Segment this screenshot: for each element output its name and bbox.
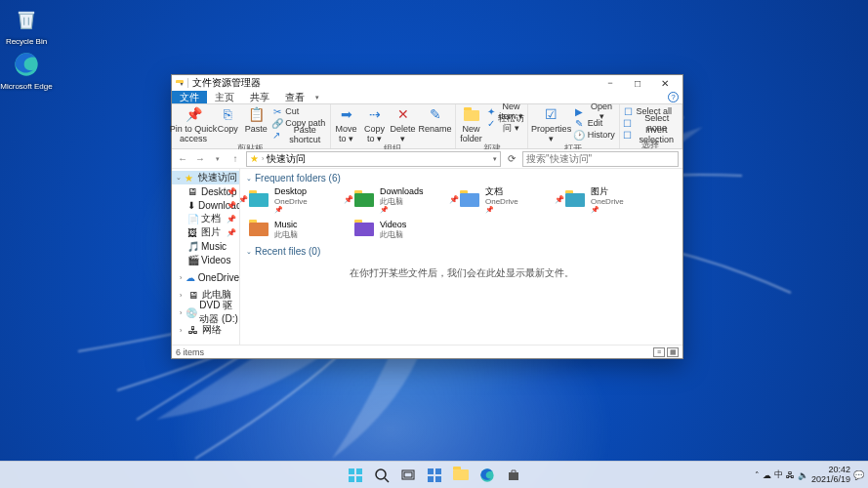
cut-button[interactable]: ✂Cut [271,105,326,117]
folder-item[interactable]: 📌Downloads此电脑📌 [351,185,457,215]
taskbar-edge-button[interactable] [475,464,499,487]
ribbon-group-select: ☐Select all ☐Select none ☐Invert selecti… [620,104,682,148]
refresh-button[interactable]: ⟳ [505,152,518,166]
nav-up-button[interactable]: ↑ [228,152,242,166]
folder-item[interactable]: 📌DesktopOneDrive📌 [246,185,351,215]
desktop-icon-recycle-bin[interactable]: Recycle Bin [0,4,53,46]
desktop: Recycle Bin Microsoft Edge ▾ 文件资源管理器 － □… [0,0,868,488]
pin-icon: 📌 [240,195,248,204]
nav-item[interactable]: ⬇Downloads📌 [172,198,239,212]
task-view-button[interactable] [396,464,420,487]
open-icon: ▶ [574,106,585,117]
titlebar[interactable]: ▾ 文件资源管理器 － □ ✕ [172,75,682,91]
recycle-bin-icon [11,4,42,35]
ribbon-collapse-button[interactable]: ▾ [312,91,322,103]
folder-item[interactable]: Videos此电脑 [351,215,457,244]
nav-network[interactable]: ›🖧网络 [172,323,239,337]
copy-to-button[interactable]: ⇢Copy to ▾ [362,105,388,144]
nav-item[interactable]: 📄文档📌 [172,212,239,225]
move-icon: ➡ [338,106,355,124]
pin-icon: 📌 [227,187,236,196]
widgets-button[interactable] [423,464,446,487]
paste-shortcut-button[interactable]: ↗Paste shortcut [271,129,326,141]
folder-location: OneDrive [591,197,624,206]
ribbon-group-new: New folder ✦New item ▾ ✓轻松访问 ▾ 新建 [456,104,529,148]
rename-button[interactable]: ✎Rename [419,105,452,144]
start-button[interactable] [344,464,367,487]
svg-point-5 [376,469,386,479]
folder-item[interactable]: 📌文档OneDrive📌 [457,185,562,215]
tab-home[interactable]: 主页 [207,91,242,103]
folder-location: OneDrive [485,197,518,206]
folder-location: 此电脑 [380,197,424,206]
taskbar-center [344,464,525,487]
svg-rect-11 [435,476,441,482]
folder-name: 文档 [485,186,518,196]
nav-quick-access[interactable]: ⌄★快速访问 [172,171,239,184]
search-input[interactable] [526,153,675,164]
taskbar-explorer-button[interactable] [449,464,473,487]
pin-quick-access-button[interactable]: 📌Pin to Quick access [175,105,212,144]
tray-volume-icon[interactable]: 🔈 [798,470,808,480]
open-button[interactable]: ▶Open ▾ [574,105,616,117]
tray-ime-button[interactable]: 中 [774,468,783,481]
folder-name: Desktop [274,186,308,196]
address-dropdown-button[interactable]: ▾ [493,155,497,163]
group-recent-header[interactable]: ⌄Recent files (0) [246,246,677,257]
ribbon-group-organize: ➡Move to ▾ ⇢Copy to ▾ ✕Delete ▾ ✎Rename … [331,104,456,148]
edit-button[interactable]: ✎Edit [574,117,616,129]
search-box[interactable] [522,151,679,167]
nav-back-button[interactable]: ← [176,152,189,166]
copy-button[interactable]: ⎘Copy [215,105,240,144]
address-current: 快速访问 [267,152,306,166]
tray-clock[interactable]: 20:42 2021/6/19 [811,466,850,484]
svg-rect-7 [404,472,412,477]
address-bar[interactable]: ★ › 快速访问 ▾ [246,151,501,167]
help-button[interactable]: ? [668,92,679,102]
folder-item[interactable]: Music此电脑 [246,215,351,244]
easy-access-button[interactable]: ✓轻松访问 ▾ [487,117,525,129]
tray-notifications-icon[interactable]: 💬 [853,470,864,480]
nav-dvd[interactable]: ›💿DVD 驱动器 (D:) [172,305,239,319]
nav-item[interactable]: 🎬Videos [172,253,239,266]
desktop-icon-edge[interactable]: Microsoft Edge [0,49,53,91]
system-tray: ˄ ☁ 中 🖧 🔈 20:42 2021/6/19 💬 [755,466,868,484]
delete-button[interactable]: ✕Delete ▾ [391,105,416,144]
tray-network-icon[interactable]: 🖧 [786,470,795,480]
svg-rect-2 [356,468,362,474]
ribbon-group-open: ☑Properties ▾ ▶Open ▾ ✎Edit 🕑History 打开 [528,104,619,148]
nav-recent-button[interactable]: ▾ [211,152,225,166]
nav-item[interactable]: 🖼图片📌 [172,225,239,239]
taskbar-store-button[interactable] [502,464,525,487]
tab-share[interactable]: 共享 [242,91,277,103]
group-frequent-header[interactable]: ⌄Frequent folders (6) [246,173,677,183]
maximize-button[interactable]: □ [624,75,651,91]
tab-view[interactable]: 查看 [277,91,312,103]
nav-item[interactable]: 🎵Music [172,239,239,253]
move-to-button[interactable]: ➡Move to ▾ [334,105,359,144]
invert-icon: ☐ [623,130,632,141]
nav-forward-button[interactable]: → [193,152,207,166]
tray-onedrive-icon[interactable]: ☁ [763,470,771,480]
search-button[interactable] [370,464,393,487]
nav-item[interactable]: 🖥Desktop📌 [172,184,239,198]
properties-button[interactable]: ☑Properties ▾ [531,105,570,144]
select-none-icon: ☐ [623,118,633,129]
tab-file[interactable]: 文件 [172,91,207,103]
folder-location: 此电脑 [274,230,298,239]
new-folder-button[interactable]: New folder [459,105,484,144]
folder-location: 此电脑 [380,230,406,239]
minimize-button[interactable]: － [597,75,624,91]
svg-rect-8 [428,468,434,474]
close-button[interactable]: ✕ [651,75,679,91]
pin-icon: 📌 [344,195,353,204]
tray-chevron-icon[interactable]: ˄ [755,470,760,480]
paste-button[interactable]: 📋Paste [243,105,269,144]
explorer-window: ▾ 文件资源管理器 － □ ✕ 文件 主页 共享 查看 ▾ ? 📌Pin to … [171,74,683,359]
easy-icon: ✓ [487,118,495,129]
view-large-button[interactable]: ▦ [667,347,679,357]
history-button[interactable]: 🕑History [574,129,616,141]
view-details-button[interactable]: ≡ [653,347,665,357]
folder-item[interactable]: 📌图片OneDrive📌 [562,185,668,215]
nav-onedrive[interactable]: ›☁OneDrive [172,270,239,284]
